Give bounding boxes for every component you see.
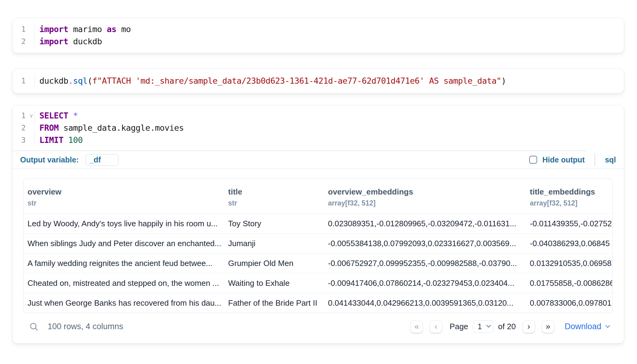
table-cell: Cheated on, mistreated and stepped on, t… [24, 273, 224, 293]
column-name: title_embeddings [530, 187, 612, 197]
code-line[interactable]: import duckdb [39, 35, 624, 48]
column-dtype: array[f32, 512] [530, 199, 612, 207]
code-editor[interactable]: 1duckdb.sql(f"ATTACH 'md:_share/sample_d… [13, 69, 624, 93]
table-cell: When siblings Judy and Peter discover an… [24, 233, 224, 253]
line-number: 1∨ [13, 110, 35, 122]
column-dtype: str [228, 199, 322, 207]
row-count-summary: 100 rows, 4 columns [48, 322, 123, 331]
table-row: Led by Woody, Andy's toys live happily i… [24, 213, 613, 233]
search-icon[interactable] [29, 322, 39, 332]
table-cell: -0.0055384138,0.07992093,0.023316627,0.0… [324, 233, 526, 253]
code-line[interactable]: import marimo as mo [39, 23, 624, 35]
page-label: Page [450, 322, 468, 331]
table-cell: 0.0132910535,0.06958 [526, 253, 613, 273]
output-table-container: overviewstrtitlestroverview_embeddingsar… [23, 179, 613, 313]
line-number: 1 [13, 75, 35, 87]
table-cell: -0.006752927,0.099952355,-0.009982588,-0… [324, 253, 526, 273]
code-cell-attach: 1duckdb.sql(f"ATTACH 'md:_share/sample_d… [12, 68, 624, 93]
pagination: « ‹ Page 1 of 20 › » Download [410, 320, 609, 333]
code-line[interactable]: FROM sample_data.kaggle.movies [39, 122, 624, 134]
sql-toolbar: Output variable: Hide output sql [13, 151, 624, 169]
table-cell: Grumpier Old Men [224, 253, 324, 273]
table-cell: Led by Woody, Andy's toys live happily i… [24, 213, 224, 233]
column-dtype: array[f32, 512] [328, 199, 524, 207]
table-cell: 0.023089351,-0.012809965,-0.03209472,-0.… [324, 213, 526, 233]
code-line[interactable]: LIMIT 100 [39, 134, 624, 146]
table-cell: Father of the Bride Part II [224, 293, 324, 313]
chevron-down-icon [486, 323, 491, 328]
output-table: overviewstrtitlestroverview_embeddingsar… [24, 179, 613, 313]
line-number-gutter: 1 [13, 75, 35, 87]
table-row: A family wedding reignites the ancient f… [24, 253, 613, 273]
code-cell-imports: 12import marimo as moimport duckdb [12, 18, 624, 53]
download-label: Download [565, 322, 601, 331]
output-variable-label: Output variable: [20, 155, 79, 164]
line-number: 2 [13, 35, 35, 48]
column-header-overview[interactable]: overviewstr [24, 179, 224, 213]
page-number-value: 1 [478, 322, 482, 331]
table-cell: -0.040386293,0.06845 [526, 233, 613, 253]
hide-output-label[interactable]: Hide output [542, 155, 585, 164]
column-header-title_embeddings[interactable]: title_embeddingsarray[f32, 512] [526, 179, 613, 213]
column-header-overview_embeddings[interactable]: overview_embeddingsarray[f32, 512] [324, 179, 526, 213]
table-cell: Jumanji [224, 233, 324, 253]
code-editor[interactable]: 1∨23SELECT *FROM sample_data.kaggle.movi… [13, 105, 624, 151]
table-cell: Toy Story [224, 213, 324, 233]
first-page-button[interactable]: « [410, 320, 423, 333]
notebook: 12import marimo as moimport duckdb 1duck… [0, 0, 637, 344]
table-footer: 100 rows, 4 columns « ‹ Page 1 of 20 › »… [23, 320, 613, 333]
table-cell: A family wedding reignites the ancient f… [24, 253, 224, 273]
table-cell: 0.007833006,0.097801 [526, 293, 613, 313]
table-row: Cheated on, mistreated and stepped on, t… [24, 273, 613, 293]
code-cell-sql: 1∨23SELECT *FROM sample_data.kaggle.movi… [12, 105, 624, 344]
code-line[interactable]: SELECT * [39, 110, 624, 122]
table-cell: Waiting to Exhale [224, 273, 324, 293]
column-name: overview [27, 187, 222, 197]
line-number-gutter: 1∨23 [13, 110, 35, 146]
column-header-title[interactable]: titlestr [224, 179, 324, 213]
prev-page-button[interactable]: ‹ [430, 320, 442, 333]
line-number-gutter: 12 [13, 23, 35, 48]
hide-output-checkbox[interactable] [529, 156, 537, 164]
download-button[interactable]: Download [565, 322, 609, 331]
line-number: 2 [13, 122, 35, 134]
toolbar-separator [595, 153, 595, 166]
fold-chevron-icon[interactable]: ∨ [29, 110, 33, 122]
column-dtype: str [27, 199, 222, 207]
code-editor[interactable]: 12import marimo as moimport duckdb [13, 18, 624, 53]
column-name: overview_embeddings [328, 187, 524, 197]
line-number: 3 [13, 134, 35, 146]
last-page-button[interactable]: » [542, 320, 554, 333]
table-header-row: overviewstrtitlestroverview_embeddingsar… [24, 179, 613, 213]
table-cell: 0.01755858,-0.0086286 [526, 273, 613, 293]
chevron-down-icon [605, 323, 610, 328]
line-number: 1 [13, 23, 35, 35]
table-cell: -0.009417406,0.07860214,-0.023279453,0.0… [324, 273, 526, 293]
code-line[interactable]: duckdb.sql(f"ATTACH 'md:_share/sample_da… [39, 75, 624, 87]
page-number-select[interactable]: 1 [473, 320, 493, 333]
table-cell: -0.011439355,-0.02752 [526, 213, 613, 233]
table-cell: 0.041433044,0.042966213,0.0039591365,0.0… [324, 293, 526, 313]
table-row: Just when George Banks has recovered fro… [24, 293, 613, 313]
output-variable-input[interactable] [86, 154, 118, 166]
cell-output: overviewstrtitlestroverview_embeddingsar… [13, 169, 624, 343]
table-cell: Just when George Banks has recovered fro… [24, 293, 224, 313]
language-toggle-sql[interactable]: sql [605, 155, 616, 164]
page-total-label: of 20 [498, 322, 516, 331]
next-page-button[interactable]: › [522, 320, 535, 333]
table-row: When siblings Judy and Peter discover an… [24, 233, 613, 253]
column-name: title [228, 187, 322, 197]
